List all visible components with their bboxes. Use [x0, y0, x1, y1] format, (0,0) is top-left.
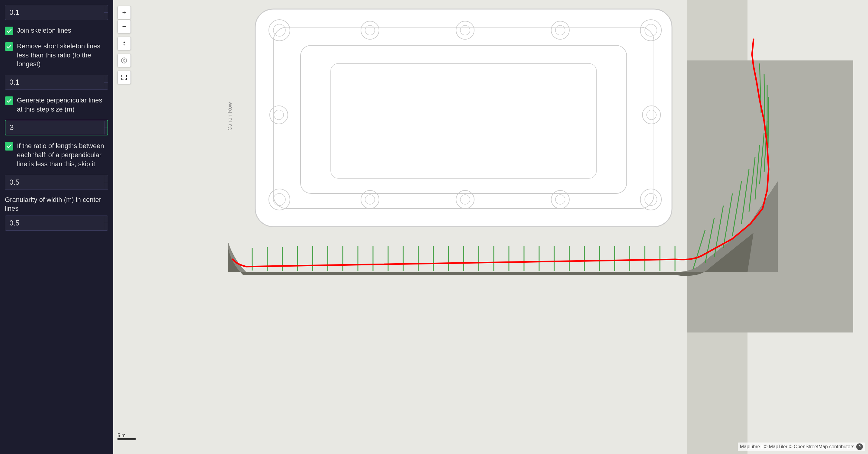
svg-rect-4 [255, 9, 672, 227]
map-container[interactable]: Victoria Embankment Embankment [113, 0, 868, 454]
checkbox-row-3: Generate perpendicular lines at this ste… [5, 95, 108, 114]
left-panel: ▲ ▼ Join skeleton lines Remove short ske… [0, 0, 113, 454]
field5-up[interactable]: ▲ [104, 216, 108, 223]
checkbox3-label: Generate perpendicular lines at this ste… [17, 96, 108, 114]
fullscreen-button[interactable] [118, 71, 131, 84]
field5-wrapper: ▲ ▼ [5, 216, 108, 231]
zoom-in-button[interactable]: + [118, 6, 131, 19]
field4-down[interactable]: ▼ [104, 182, 108, 189]
checkbox-row-2: Remove short skeleton lines less than th… [5, 41, 108, 69]
field-group-1: ▲ ▼ [5, 5, 108, 20]
attribution-help-button[interactable]: ? [856, 444, 863, 450]
scale-bar [118, 438, 135, 440]
scale-label: 5 m [118, 433, 126, 438]
field2-input[interactable] [5, 75, 104, 89]
svg-text:Canon Row: Canon Row [227, 102, 233, 131]
field5-down[interactable]: ▼ [104, 223, 108, 230]
field1-up[interactable]: ▲ [104, 6, 108, 13]
field-group-3: ▲ ▼ [5, 120, 108, 135]
field3-spinner: ▲ ▼ [104, 121, 108, 135]
checkbox3[interactable] [5, 96, 13, 105]
checkbox2-label: Remove short skeleton lines less than th… [17, 42, 108, 68]
field-group-2: ▲ ▼ [5, 75, 108, 90]
checkbox4-label: If the ratio of lengths between each 'ha… [17, 141, 108, 168]
map-svg: Victoria Embankment Embankment [113, 0, 868, 454]
field2-up[interactable]: ▲ [104, 76, 108, 83]
attribution-text: MapLibre | © MapTiler © OpenStreetMap co… [740, 444, 855, 450]
field3-input[interactable] [5, 120, 104, 135]
field1-spinner: ▲ ▼ [104, 6, 108, 19]
checkbox2[interactable] [5, 42, 13, 51]
field1-input[interactable] [5, 5, 104, 20]
field-group-5: Granularity of width (m) in center lines… [5, 195, 108, 231]
field1-wrapper: ▲ ▼ [5, 5, 108, 20]
checkbox1-label: Join skeleton lines [17, 26, 71, 35]
field2-spinner: ▲ ▼ [104, 76, 108, 89]
field2-down[interactable]: ▼ [104, 83, 108, 89]
field4-spinner: ▲ ▼ [104, 175, 108, 189]
svg-point-81 [123, 60, 125, 61]
map-attribution: MapLibre | © MapTiler © OpenStreetMap co… [738, 443, 865, 451]
section-label-granularity: Granularity of width (m) in center lines [5, 195, 108, 213]
compass-button[interactable] [118, 54, 131, 67]
field5-spinner: ▲ ▼ [104, 216, 108, 230]
field4-input[interactable] [5, 175, 104, 190]
checkbox1[interactable] [5, 27, 13, 35]
north-up-button[interactable] [118, 37, 131, 50]
zoom-out-button[interactable]: − [118, 20, 131, 33]
svg-marker-79 [123, 44, 125, 46]
field3-wrapper: ▲ ▼ [5, 120, 108, 135]
checkbox4[interactable] [5, 142, 13, 150]
field5-input[interactable] [5, 216, 104, 230]
field3-up[interactable]: ▲ [104, 121, 108, 128]
field3-down[interactable]: ▼ [104, 128, 108, 135]
svg-marker-78 [123, 41, 125, 43]
checkbox-row-1: Join skeleton lines [5, 25, 108, 36]
field1-down[interactable]: ▼ [104, 13, 108, 19]
checkbox-row-4: If the ratio of lengths between each 'ha… [5, 141, 108, 169]
field2-wrapper: ▲ ▼ [5, 75, 108, 90]
svg-line-73 [768, 97, 769, 148]
field4-wrapper: ▲ ▼ [5, 175, 108, 190]
field4-up[interactable]: ▲ [104, 175, 108, 182]
field-group-4: ▲ ▼ [5, 175, 108, 190]
map-scale: 5 m [118, 433, 135, 440]
map-controls: + − [118, 6, 131, 84]
